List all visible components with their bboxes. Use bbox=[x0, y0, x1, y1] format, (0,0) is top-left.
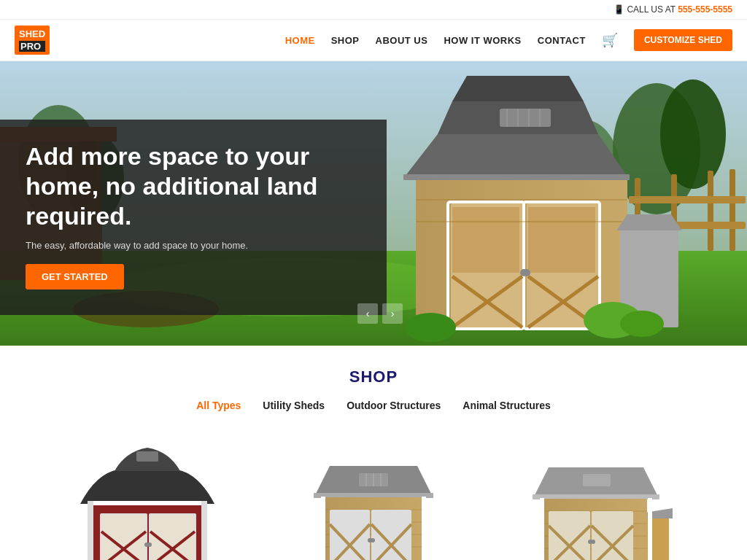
logo-shed: SHED bbox=[19, 28, 45, 40]
nav-howitworks[interactable]: HOW IT WORKS bbox=[444, 35, 521, 46]
svg-rect-12 bbox=[629, 196, 746, 203]
svg-rect-62 bbox=[136, 451, 158, 462]
filter-outdoor-structures[interactable]: Outdoor Structures bbox=[347, 400, 441, 411]
top-bar: 📱 CALL US AT 555-555-5555 bbox=[0, 0, 747, 20]
svg-rect-79 bbox=[321, 497, 325, 560]
filter-utility-sheds[interactable]: Utility Sheds bbox=[263, 400, 325, 411]
svg-rect-59 bbox=[88, 501, 93, 560]
svg-rect-103 bbox=[540, 498, 544, 560]
svg-marker-39 bbox=[616, 214, 682, 230]
svg-point-78 bbox=[371, 538, 375, 542]
nav-about[interactable]: ABOUT US bbox=[376, 35, 428, 46]
header: SHED PRO HOME SHOP ABOUT US HOW IT WORKS… bbox=[0, 20, 747, 61]
shed-product-svg-1 bbox=[60, 437, 235, 560]
product-image-3 bbox=[498, 429, 702, 560]
svg-rect-24 bbox=[528, 207, 595, 273]
phone-number[interactable]: 555-555-5555 bbox=[678, 4, 732, 15]
svg-point-2 bbox=[660, 79, 726, 189]
product-card-2[interactable] bbox=[271, 429, 476, 560]
main-nav: HOME SHOP ABOUT US HOW IT WORKS CONTACT … bbox=[285, 29, 732, 51]
phone-icon: 📱 bbox=[614, 4, 624, 15]
get-started-button[interactable]: Get Started bbox=[26, 264, 124, 289]
shop-title: SHOP bbox=[15, 368, 732, 386]
logo[interactable]: SHED PRO bbox=[15, 26, 50, 55]
product-card-3[interactable] bbox=[498, 429, 702, 560]
shed-product-svg-3 bbox=[516, 437, 684, 560]
cart-icon[interactable]: 🛒 bbox=[602, 32, 618, 48]
call-label: CALL US AT bbox=[627, 4, 675, 15]
svg-point-42 bbox=[620, 311, 664, 337]
svg-marker-17 bbox=[452, 76, 584, 101]
svg-rect-80 bbox=[422, 497, 426, 560]
svg-rect-105 bbox=[583, 474, 611, 486]
hero-heading: Add more space to your home, no addition… bbox=[26, 141, 361, 230]
filter-animal-structures[interactable]: Animal Structures bbox=[462, 400, 551, 411]
product-image-2 bbox=[271, 429, 476, 560]
carousel-prev-button[interactable]: ‹ bbox=[357, 303, 378, 324]
product-image-1 bbox=[45, 429, 249, 560]
hero-section: Add more space to your home, no addition… bbox=[0, 61, 747, 346]
svg-rect-96 bbox=[592, 511, 633, 560]
carousel-next-button[interactable]: › bbox=[382, 303, 403, 324]
product-card-1[interactable] bbox=[45, 429, 249, 560]
hero-subtext: The easy, affordable way to add space to… bbox=[26, 240, 361, 251]
svg-rect-95 bbox=[549, 511, 590, 560]
svg-rect-48 bbox=[88, 501, 207, 505]
svg-rect-72 bbox=[371, 510, 411, 560]
product-grid bbox=[15, 429, 732, 560]
svg-rect-23 bbox=[452, 207, 519, 273]
filter-all-types[interactable]: All Types bbox=[196, 400, 241, 411]
shop-filters: All Types Utility Sheds Outdoor Structur… bbox=[15, 400, 732, 411]
svg-marker-15 bbox=[405, 134, 627, 176]
hero-text-box: Add more space to your home, no addition… bbox=[0, 120, 387, 314]
carousel-controls: ‹ › bbox=[357, 303, 403, 324]
svg-point-58 bbox=[147, 542, 152, 547]
svg-point-40 bbox=[405, 313, 456, 342]
shop-section: SHOP All Types Utility Sheds Outdoor Str… bbox=[0, 346, 747, 560]
svg-rect-60 bbox=[201, 501, 207, 560]
svg-rect-65 bbox=[314, 493, 433, 498]
svg-point-30 bbox=[523, 269, 530, 276]
svg-rect-71 bbox=[330, 510, 370, 560]
nav-home[interactable]: HOME bbox=[285, 35, 315, 46]
svg-rect-104 bbox=[648, 498, 652, 560]
svg-rect-18 bbox=[403, 174, 630, 180]
shed-product-svg-2 bbox=[293, 437, 454, 560]
nav-contact[interactable]: CONTACT bbox=[538, 35, 586, 46]
svg-rect-11 bbox=[729, 169, 735, 251]
logo-pro: PRO bbox=[19, 41, 45, 52]
customize-button[interactable]: Customize Shed bbox=[634, 29, 732, 51]
nav-shop[interactable]: SHOP bbox=[331, 35, 360, 46]
svg-rect-10 bbox=[708, 171, 713, 251]
svg-point-102 bbox=[591, 540, 595, 544]
svg-rect-89 bbox=[533, 494, 659, 499]
